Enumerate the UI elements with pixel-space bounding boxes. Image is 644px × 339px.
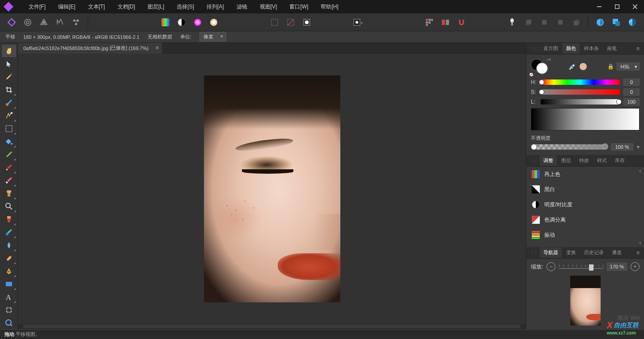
move-tool-icon[interactable] bbox=[2, 58, 16, 70]
maximize-button[interactable] bbox=[608, 0, 626, 13]
persona-export-icon[interactable] bbox=[70, 16, 82, 29]
tab-navigator[interactable]: 导航器 bbox=[540, 247, 562, 258]
zoom-out-button[interactable]: − bbox=[547, 262, 555, 271]
tab-stock[interactable]: 库存 bbox=[611, 155, 628, 166]
close-button[interactable] bbox=[626, 0, 644, 13]
selection-show-icon[interactable] bbox=[268, 16, 281, 29]
gradient-tool-icon[interactable] bbox=[2, 148, 16, 161]
subtract-icon[interactable] bbox=[626, 16, 639, 29]
hue-value[interactable]: 0 bbox=[623, 79, 640, 86]
menu-filters[interactable]: 滤镜 bbox=[230, 0, 254, 13]
view-tool-icon[interactable] bbox=[2, 317, 16, 329]
adjustment-recolor[interactable]: 再上色 bbox=[526, 167, 644, 182]
foreground-background-swatch[interactable] bbox=[531, 59, 548, 74]
persona-liquify-icon[interactable] bbox=[21, 16, 34, 29]
zoom-slider[interactable] bbox=[559, 264, 603, 269]
grid-icon[interactable] bbox=[423, 16, 436, 29]
saturation-value[interactable]: 0 bbox=[623, 88, 640, 96]
clone-brush-tool-icon[interactable] bbox=[2, 187, 16, 200]
eyedropper-icon[interactable]: 💉 bbox=[568, 63, 576, 70]
menu-view[interactable]: 视图[V] bbox=[254, 0, 284, 13]
lightness-slider[interactable] bbox=[541, 99, 620, 105]
move-forward-icon[interactable] bbox=[538, 16, 551, 29]
adjustment-brightness[interactable]: 明度/对比度 bbox=[526, 197, 644, 212]
inpaint-tool-icon[interactable] bbox=[2, 213, 16, 226]
tab-adjustments[interactable]: 调整 bbox=[540, 155, 557, 166]
tab-color[interactable]: 颜色 bbox=[563, 43, 580, 54]
menu-arrange[interactable]: 排列[A] bbox=[200, 0, 230, 13]
auto-levels-icon[interactable] bbox=[159, 16, 172, 29]
move-back-icon[interactable] bbox=[570, 16, 583, 29]
flood-fill-tool-icon[interactable] bbox=[2, 135, 16, 148]
panel-grip-icon[interactable]: ⋮⋮ bbox=[530, 46, 537, 51]
lightness-value[interactable]: 100 bbox=[623, 98, 640, 105]
marquee-tool-icon[interactable] bbox=[2, 122, 16, 135]
erase-tool-icon[interactable] bbox=[2, 174, 16, 187]
menu-file[interactable]: 文件[F] bbox=[22, 0, 52, 13]
color-replace-tool-icon[interactable] bbox=[2, 226, 16, 239]
arrangement-icon[interactable] bbox=[439, 16, 452, 29]
canvas-viewport[interactable] bbox=[18, 54, 526, 324]
color-picker-tool-icon[interactable] bbox=[2, 71, 16, 83]
color-gradient-picker[interactable] bbox=[531, 108, 640, 130]
document-tab[interactable]: 0af6eb24c5182e7f405855fc5fcf80b.jpg [已修改… bbox=[18, 43, 162, 54]
zoom-tool-icon[interactable] bbox=[2, 200, 16, 213]
opacity-dropdown-icon[interactable]: ▾ bbox=[637, 144, 640, 150]
paint-brush-tool-icon[interactable] bbox=[2, 161, 16, 174]
selection-brush-tool-icon[interactable] bbox=[2, 96, 16, 109]
opacity-value[interactable]: 100 % bbox=[611, 143, 633, 151]
move-backward-icon[interactable] bbox=[554, 16, 567, 29]
scroll-up-icon[interactable]: ▲ bbox=[638, 168, 642, 173]
auto-contrast-icon[interactable] bbox=[175, 16, 188, 29]
menu-document[interactable]: 文档[D] bbox=[111, 0, 141, 13]
tab-history[interactable]: 历史记录 bbox=[580, 247, 607, 258]
persona-develop-icon[interactable] bbox=[38, 16, 50, 29]
hue-slider[interactable] bbox=[541, 80, 620, 85]
move-front-icon[interactable] bbox=[522, 16, 534, 29]
auto-colors-icon[interactable] bbox=[191, 16, 204, 29]
close-tab-icon[interactable]: ✕ bbox=[155, 45, 159, 51]
recent-color-swatch[interactable] bbox=[580, 63, 587, 70]
blur-tool-icon[interactable] bbox=[2, 239, 16, 251]
adjustment-posterize[interactable]: 色调分离 bbox=[526, 212, 644, 227]
scroll-down-icon[interactable]: ▼ bbox=[638, 241, 642, 245]
panel-grip-icon[interactable]: ⋮⋮ bbox=[530, 250, 537, 255]
color-mode-dropdown[interactable]: HSL bbox=[617, 63, 640, 71]
selection-hide-icon[interactable] bbox=[284, 16, 297, 29]
tab-styles[interactable]: 样式 bbox=[593, 155, 610, 166]
minimize-button[interactable] bbox=[590, 0, 608, 13]
tab-layers[interactable]: 图层 bbox=[558, 155, 575, 166]
opacity-slider[interactable] bbox=[531, 144, 607, 150]
tab-transform[interactable]: 变换 bbox=[563, 247, 580, 258]
panel-menu-icon[interactable]: ≡ bbox=[634, 250, 642, 256]
mesh-tool-icon[interactable] bbox=[2, 304, 16, 316]
unit-dropdown[interactable]: 像素 bbox=[199, 32, 226, 42]
menu-window[interactable]: 窗口[W] bbox=[283, 0, 314, 13]
menu-layer[interactable]: 图层[L] bbox=[141, 0, 170, 13]
tab-swatches[interactable]: 样本条 bbox=[580, 43, 602, 54]
pen-tool-icon[interactable] bbox=[2, 265, 16, 277]
auto-wb-icon[interactable] bbox=[208, 16, 220, 29]
tab-histogram[interactable]: 直方图 bbox=[540, 43, 562, 54]
tab-effects[interactable]: 特效 bbox=[576, 155, 593, 166]
swap-colors-icon[interactable] bbox=[546, 57, 551, 63]
persona-tone-icon[interactable] bbox=[54, 16, 66, 29]
quick-mask-icon[interactable] bbox=[301, 16, 313, 29]
panel-menu-icon[interactable]: ≡ bbox=[634, 46, 642, 52]
panel-grip-icon[interactable]: ⋮⋮ bbox=[530, 158, 537, 163]
text-tool-icon[interactable]: A bbox=[2, 291, 16, 303]
foreground-color-swatch[interactable] bbox=[536, 63, 548, 74]
tab-brushes[interactable]: 画笔 bbox=[603, 43, 620, 54]
persona-photo-icon[interactable] bbox=[5, 16, 18, 29]
add-shape-icon[interactable] bbox=[594, 16, 606, 29]
snap-icon[interactable] bbox=[455, 16, 468, 29]
crop-mode-icon[interactable]: ▾ bbox=[352, 16, 364, 29]
horizontal-scrollbar[interactable] bbox=[18, 324, 526, 329]
heal-tool-icon[interactable] bbox=[2, 252, 16, 264]
rectangle-tool-icon[interactable] bbox=[2, 278, 16, 290]
zoom-in-button[interactable]: + bbox=[631, 262, 640, 271]
menu-edit[interactable]: 编辑[E] bbox=[52, 0, 82, 13]
adjustment-bw[interactable]: 黑白 bbox=[526, 182, 644, 197]
menu-help[interactable]: 帮助[H] bbox=[314, 0, 344, 13]
crop-tool-icon[interactable] bbox=[2, 84, 16, 96]
